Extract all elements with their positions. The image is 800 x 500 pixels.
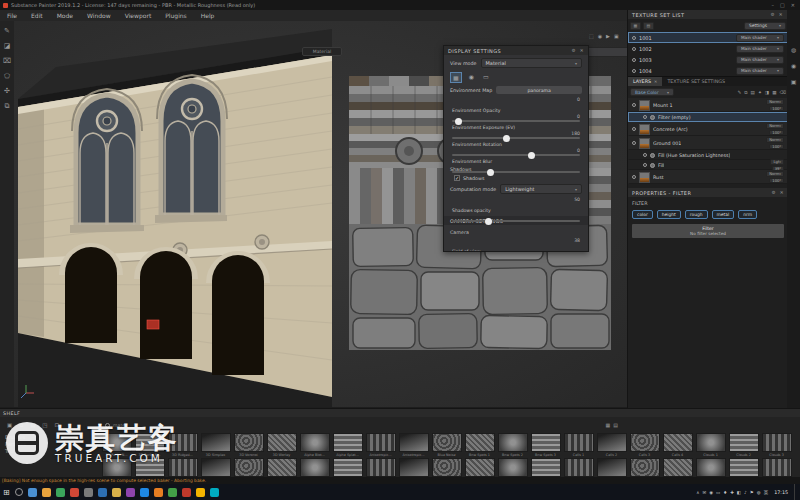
shader-dropdown[interactable]: Main shader	[736, 67, 784, 75]
layer-row[interactable]: Filter (empty)	[628, 112, 788, 122]
shelf-resource-tile[interactable]: Cells 4	[661, 433, 694, 457]
eye-icon[interactable]	[643, 163, 647, 167]
eye-icon[interactable]	[632, 127, 636, 131]
close-icon[interactable]: ✕	[580, 48, 584, 53]
layer-action-icon[interactable]: ◨	[765, 90, 769, 95]
tray-icon[interactable]: ✉	[703, 490, 707, 495]
tray-icon[interactable]: ▭	[716, 490, 720, 495]
eye-icon[interactable]	[632, 103, 636, 107]
menu-item[interactable]: Viewport	[118, 10, 159, 21]
properties-filter-header[interactable]: PROPERTIES - FILTER ⚙ ✕	[628, 188, 788, 197]
channel-chip-button[interactable]: color	[632, 210, 653, 219]
layer-action-icon[interactable]: ⌫	[780, 90, 787, 95]
texture-set-settings-dropdown[interactable]: Settings	[744, 22, 786, 30]
show-desktop-button[interactable]	[794, 484, 797, 500]
layer-action-icon[interactable]: ▦	[772, 90, 776, 95]
close-icon[interactable]: ✕	[779, 12, 783, 17]
dock-strip-icon[interactable]: ◉	[791, 62, 796, 69]
shelf-resource-tile[interactable]: 3D Voronoi	[232, 433, 265, 457]
taskbar-app-icon[interactable]	[196, 488, 205, 497]
shelf-resource-tile[interactable]: Anisotropic...	[397, 433, 430, 457]
taskbar-app-icon[interactable]	[84, 488, 93, 497]
close-icon[interactable]: ✕	[780, 190, 784, 195]
layer-row[interactable]: Fill (Hue Saturation Lightness)	[628, 150, 788, 160]
tray-icon[interactable]: ✚	[730, 490, 734, 495]
channel-chip-button[interactable]: rough	[685, 210, 708, 219]
shelf-resource-tile[interactable]: Cells 3	[628, 433, 661, 457]
tool-icon[interactable]: ⧉	[5, 102, 10, 110]
shader-dropdown[interactable]: Main shader	[736, 45, 784, 53]
layer-action-icon[interactable]: ▤	[751, 90, 755, 95]
layer-row[interactable]: Concrete (Arc) Norm 100	[628, 122, 788, 136]
tool-icon[interactable]: ⌧	[3, 57, 11, 65]
shader-dropdown[interactable]: Main shader	[736, 56, 784, 64]
tool-icon[interactable]: ⬠	[4, 72, 10, 80]
shader-dropdown[interactable]: Main shader	[736, 34, 784, 42]
list-view-button[interactable]: ▤	[643, 22, 654, 30]
tray-icon[interactable]: ♪	[744, 490, 747, 495]
shelf-resource-tile[interactable]: Alpha Splat...	[331, 433, 364, 457]
taskbar-app-icon[interactable]	[70, 488, 79, 497]
menu-item[interactable]: File	[0, 10, 24, 21]
tray-icon[interactable]: ∧	[696, 490, 699, 495]
blend-mode-dropdown[interactable]: Norm	[766, 137, 784, 143]
shelf-resource-tile[interactable]: Anisotropic...	[364, 433, 397, 457]
menu-item[interactable]: Window	[80, 10, 118, 21]
tool-icon[interactable]: ✣	[4, 87, 10, 95]
view-mode-badge[interactable]: Material	[302, 47, 342, 56]
taskbar-search-icon[interactable]	[15, 488, 23, 496]
texture-set-row[interactable]: 1001 Main shader	[628, 32, 788, 43]
grid-view-icon[interactable]: ▦	[606, 422, 611, 428]
opacity-dropdown[interactable]: 100	[769, 178, 784, 184]
tray-icon[interactable]: ◉	[709, 490, 713, 495]
eye-icon[interactable]	[643, 153, 647, 157]
environment-map-button[interactable]: panorama	[496, 86, 582, 94]
blend-mode-dropdown[interactable]: Norm	[766, 99, 784, 105]
taskbar-app-icon[interactable]	[182, 488, 191, 497]
taskbar-app-icon[interactable]	[210, 488, 219, 497]
menu-item[interactable]: Mode	[50, 10, 80, 21]
start-button[interactable]: ⊞	[3, 488, 10, 497]
close-button[interactable]: ✕	[791, 2, 795, 8]
texture-set-list-header[interactable]: TEXTURE SET LIST ⚙ ✕	[628, 10, 787, 19]
tab-texture-set-settings[interactable]: TEXTURE SET SETTINGS	[662, 77, 730, 86]
shelf-resource-tile[interactable]: 3D Simplex	[199, 433, 232, 457]
tray-icon[interactable]: ◍	[757, 490, 761, 495]
dock-strip-icon[interactable]: ◍	[791, 46, 796, 53]
slider-knob[interactable]	[487, 169, 494, 176]
shadows-checkbox[interactable]: Shadows	[454, 175, 578, 181]
texture-set-row[interactable]: 1002 Main shader	[628, 43, 788, 54]
eye-icon[interactable]	[632, 47, 636, 51]
tool-icon[interactable]: ◪	[4, 42, 11, 50]
viewport-toolbar-icon[interactable]: ▶	[606, 33, 610, 39]
shelf-resource-tile[interactable]: Clouds 3	[760, 433, 793, 457]
uv-tile-view-button[interactable]: ▦	[630, 22, 641, 30]
shelf-resource-tile[interactable]: Clouds 2	[727, 433, 760, 457]
shelf-resource-tile[interactable]: Bnw Spots 1	[463, 433, 496, 457]
tab-layers[interactable]: LAYERS ✕	[628, 77, 662, 86]
slider-track[interactable]	[452, 220, 580, 222]
menu-item[interactable]: Plugins	[158, 10, 194, 21]
taskbar-app-icon[interactable]	[126, 488, 135, 497]
close-icon[interactable]: ✕	[654, 79, 657, 84]
channel-chip-button[interactable]: metal	[712, 210, 735, 219]
eye-icon[interactable]	[632, 58, 636, 62]
blend-mode-dropdown[interactable]: Norm	[766, 171, 784, 177]
taskbar-app-icon[interactable]	[28, 488, 37, 497]
dock-strip-icon[interactable]: ▣	[791, 78, 797, 85]
viewport-toolbar-icon[interactable]: ▣	[614, 33, 619, 39]
taskbar-app-icon[interactable]	[112, 488, 121, 497]
taskbar-app-icon[interactable]	[56, 488, 65, 497]
shelf-resource-tile[interactable]: Bnw Spots 3	[529, 433, 562, 457]
layer-row[interactable]: Mount 1 Norm 100	[628, 98, 788, 112]
taskbar-app-icon[interactable]	[140, 488, 149, 497]
gear-icon[interactable]: ⚙	[770, 12, 774, 17]
layer-action-icon[interactable]: ✎	[737, 90, 741, 95]
tray-icon[interactable]: ♦	[723, 490, 727, 495]
view-mode-dropdown[interactable]: Material	[481, 58, 582, 68]
taskbar-app-icon[interactable]	[42, 488, 51, 497]
taskbar-app-icon[interactable]	[98, 488, 107, 497]
channel-filter-dropdown[interactable]: Base Color	[630, 88, 674, 96]
opacity-dropdown[interactable]: 100	[769, 130, 784, 136]
eye-icon[interactable]	[632, 69, 636, 73]
